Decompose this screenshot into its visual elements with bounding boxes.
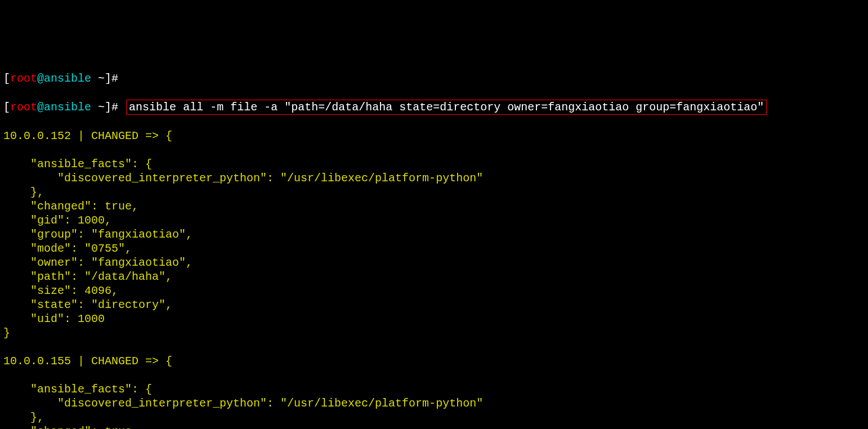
output-host1-body: "ansible_facts": { "discovered_interpret… [3, 157, 865, 340]
prompt-user: root [10, 72, 37, 85]
prompt-path: ~ [91, 101, 105, 114]
bracket-close: ] [105, 72, 111, 85]
prompt-hash: # [111, 101, 125, 114]
output-host1-header: 10.0.0.152 | CHANGED => { [3, 129, 865, 143]
output-host2-body: "ansible_facts": { "discovered_interpret… [3, 382, 865, 429]
command-input[interactable]: ansible all -m file -a "path=/data/haha … [126, 100, 767, 115]
prompt-host: ansible [44, 72, 91, 85]
prompt-at: @ [37, 72, 44, 85]
prompt-line-2: [root@ansible ~]# ansible all -m file -a… [3, 100, 865, 115]
output-host2-header: 10.0.0.155 | CHANGED => { [3, 354, 865, 368]
prompt-at: @ [37, 101, 44, 114]
bracket-close: ] [105, 101, 111, 114]
prompt-line-1: [root@ansible ~]# [3, 72, 865, 86]
prompt-hash: # [111, 72, 125, 85]
prompt-user: root [10, 101, 37, 114]
bracket-open: [ [3, 72, 10, 85]
prompt-host: ansible [44, 101, 91, 114]
prompt-path: ~ [91, 72, 105, 85]
bracket-open: [ [3, 101, 10, 114]
terminal-window[interactable]: [root@ansible ~]# [root@ansible ~]# ansi… [0, 56, 868, 429]
